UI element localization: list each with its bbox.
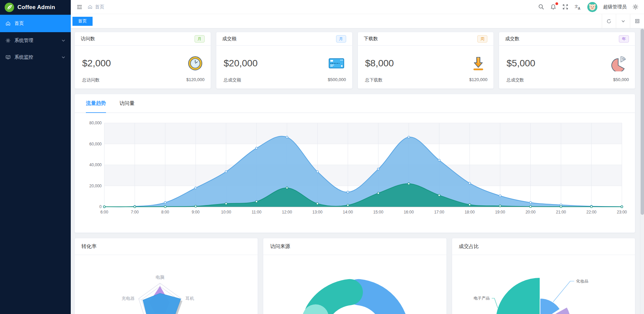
stat-badge-0[interactable]: 月	[195, 35, 205, 43]
brand-title: Coffee Admin	[17, 4, 55, 11]
svg-text:A: A	[578, 7, 580, 10]
conversion-rate-card: 转化率 电脑耳机充电器	[74, 238, 258, 314]
tab-visit-volume[interactable]: 访问量	[119, 94, 135, 113]
stat-cards-row: 访问数 月 $2,000 总访问数	[74, 32, 635, 89]
stat-value: $5,000	[506, 58, 535, 69]
svg-text:20,000: 20,000	[89, 184, 102, 188]
stat-total-value: $120,000	[469, 77, 487, 83]
svg-text:电脑: 电脑	[156, 275, 164, 280]
stat-value: $2,000	[82, 58, 111, 69]
stat-badge-1[interactable]: 月	[336, 35, 346, 43]
breadcrumb[interactable]: 首页	[88, 4, 104, 10]
fullscreen-button[interactable]	[562, 4, 569, 10]
svg-text:12:00: 12:00	[282, 210, 292, 214]
translate-icon: 文 A	[574, 4, 582, 10]
svg-text:%: %	[622, 57, 625, 61]
svg-text:化妆品: 化妆品	[576, 279, 588, 284]
svg-text:8:00: 8:00	[161, 210, 169, 214]
svg-text:21:00: 21:00	[556, 210, 566, 214]
tab-home[interactable]: 首页	[72, 17, 93, 26]
svg-text:19:00: 19:00	[495, 210, 505, 214]
svg-text:10:00: 10:00	[221, 210, 231, 214]
username-label[interactable]: 超级管理员	[603, 4, 627, 10]
main-area: 首页	[71, 0, 644, 314]
search-icon	[538, 4, 544, 10]
visit-sources-donut-chart[interactable]	[263, 255, 445, 314]
clock-icon	[187, 55, 203, 71]
stat-total-value: $500,000	[328, 77, 346, 83]
notifications-button[interactable]	[550, 4, 556, 10]
scrollbar-thumb[interactable]	[641, 29, 644, 215]
svg-text:耳机: 耳机	[185, 296, 194, 301]
menu-fold-icon	[76, 4, 83, 10]
stat-badge-2[interactable]: 周	[477, 35, 487, 43]
maximize-content-button[interactable]	[630, 14, 644, 28]
credit-card-icon	[328, 56, 345, 70]
sidebar-menu: 首页 系统管理	[0, 15, 71, 66]
spring-leaf-logo-icon	[4, 2, 14, 12]
sidebar: Coffee Admin 首页 系统管理	[0, 0, 71, 314]
settings-button[interactable]	[632, 4, 639, 10]
refresh-button[interactable]	[602, 14, 616, 28]
maximize-icon	[635, 18, 640, 24]
traffic-trend-chart[interactable]: 020,00040,00060,00080,0006:007:008:009:0…	[75, 114, 631, 218]
sidebar-item-system-management[interactable]: 系统管理	[0, 32, 71, 49]
brand[interactable]: Coffee Admin	[0, 0, 71, 15]
svg-text:60,000: 60,000	[89, 142, 102, 146]
deal-share-rose-chart[interactable]: 化妆品电子产品	[452, 255, 634, 314]
tabbar: 首页	[71, 14, 644, 28]
gear-icon	[632, 4, 639, 10]
stat-card-visits: 访问数 月 $2,000 总访问数	[74, 32, 211, 89]
sidebar-item-label: 系统管理	[14, 38, 33, 44]
svg-text:11:00: 11:00	[252, 210, 261, 214]
tab-controls	[602, 14, 644, 28]
svg-text:13:00: 13:00	[312, 210, 322, 214]
svg-text:18:00: 18:00	[465, 210, 475, 214]
fullscreen-icon	[562, 4, 569, 10]
chevron-down-icon	[621, 19, 626, 23]
tab-dropdown-button[interactable]	[616, 14, 630, 28]
stat-value: $8,000	[365, 58, 394, 69]
card-title: 访问来源	[263, 238, 446, 255]
home-icon	[5, 21, 11, 26]
tab-traffic-trend[interactable]: 流量趋势	[86, 94, 106, 113]
stat-badge-3[interactable]: 年	[619, 35, 629, 43]
bell-icon	[550, 4, 556, 10]
topbar: 首页	[71, 0, 644, 14]
chevron-down-icon	[61, 39, 65, 43]
vertical-scrollbar[interactable]	[640, 29, 644, 314]
visit-sources-card: 访问来源	[263, 238, 446, 314]
svg-text:15:00: 15:00	[373, 210, 383, 214]
avatar-image	[587, 2, 597, 12]
translate-button[interactable]: 文 A	[574, 4, 582, 10]
svg-text:80,000: 80,000	[89, 121, 102, 125]
sidebar-item-home[interactable]: 首页	[0, 15, 71, 32]
svg-text:17:00: 17:00	[434, 210, 444, 214]
trend-tabs: 流量趋势 访问量	[75, 94, 635, 113]
monitor-icon	[5, 55, 11, 60]
search-button[interactable]	[538, 4, 544, 10]
topbar-right: 文 A	[538, 2, 639, 12]
svg-text:22:00: 22:00	[586, 210, 596, 214]
download-icon	[471, 55, 486, 71]
svg-text:16:00: 16:00	[404, 210, 414, 214]
stat-card-deal-count: 成交数 年 $5,000 % 总成交数 $50,000	[499, 32, 635, 89]
stat-card-downloads: 下载数 周 $8,000 总下载数 $120,000	[358, 32, 494, 89]
conversion-radar-chart[interactable]: 电脑耳机充电器	[75, 255, 256, 314]
stat-total-value: $120,000	[186, 77, 205, 83]
chevron-down-icon	[61, 55, 65, 59]
svg-text:0: 0	[99, 204, 102, 209]
page-content: 访问数 月 $2,000 总访问数	[71, 28, 644, 314]
stat-total-value: $50,000	[613, 77, 629, 83]
sidebar-item-system-monitor[interactable]: 系统监控	[0, 49, 71, 66]
avatar[interactable]	[587, 2, 597, 12]
stat-total-label: 总下载数	[365, 77, 383, 83]
stat-total-label: 总成交数	[506, 77, 524, 83]
stat-card-title: 成交额	[222, 36, 236, 42]
svg-text:40,000: 40,000	[89, 163, 102, 167]
traffic-trend-card: 流量趋势 访问量 020,00040,00060,00080,0006:007:…	[74, 94, 635, 233]
svg-text:23:00: 23:00	[617, 210, 627, 214]
stat-total-label: 总访问数	[82, 77, 100, 83]
sidebar-collapse-button[interactable]	[76, 4, 83, 10]
svg-text:9:00: 9:00	[192, 210, 200, 214]
